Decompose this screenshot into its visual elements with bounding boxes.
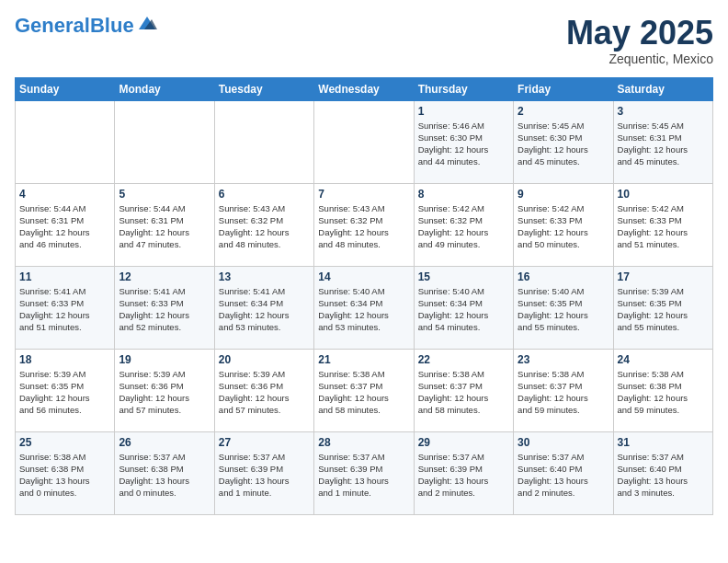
calendar-cell: 28Sunrise: 5:37 AM Sunset: 6:39 PM Dayli… [314,431,414,514]
calendar-cell: 24Sunrise: 5:38 AM Sunset: 6:38 PM Dayli… [613,349,712,431]
title-block: May 2025 Zequentic, Mexico [566,15,713,66]
day-number: 28 [318,436,409,449]
header-monday: Monday [115,77,214,100]
day-number: 25 [19,436,110,449]
week-row-0: 1Sunrise: 5:46 AM Sunset: 6:30 PM Daylig… [16,100,713,183]
calendar-cell: 20Sunrise: 5:39 AM Sunset: 6:36 PM Dayli… [214,349,313,431]
calendar-cell: 17Sunrise: 5:39 AM Sunset: 6:35 PM Dayli… [613,266,712,349]
day-number: 4 [19,188,110,201]
day-info: Sunrise: 5:41 AM Sunset: 6:33 PM Dayligh… [19,285,110,334]
day-number: 22 [418,353,509,366]
day-number: 6 [219,188,310,201]
day-number: 19 [119,353,210,366]
header-tuesday: Tuesday [214,77,313,100]
header-thursday: Thursday [414,77,513,100]
day-info: Sunrise: 5:39 AM Sunset: 6:35 PM Dayligh… [19,368,110,417]
day-info: Sunrise: 5:39 AM Sunset: 6:36 PM Dayligh… [119,368,210,417]
day-info: Sunrise: 5:38 AM Sunset: 6:37 PM Dayligh… [518,368,609,417]
header-saturday: Saturday [613,77,712,100]
day-number: 23 [518,353,609,366]
calendar-cell: 18Sunrise: 5:39 AM Sunset: 6:35 PM Dayli… [16,349,115,431]
day-info: Sunrise: 5:40 AM Sunset: 6:35 PM Dayligh… [518,285,609,334]
calendar-cell: 7Sunrise: 5:43 AM Sunset: 6:32 PM Daylig… [314,183,414,266]
day-number: 9 [518,188,609,201]
day-info: Sunrise: 5:44 AM Sunset: 6:31 PM Dayligh… [119,202,210,251]
calendar-header: SundayMondayTuesdayWednesdayThursdayFrid… [16,77,713,100]
calendar-cell: 23Sunrise: 5:38 AM Sunset: 6:37 PM Dayli… [514,349,613,431]
day-info: Sunrise: 5:40 AM Sunset: 6:34 PM Dayligh… [418,285,509,334]
calendar-cell: 14Sunrise: 5:40 AM Sunset: 6:34 PM Dayli… [314,266,414,349]
calendar-cell: 13Sunrise: 5:41 AM Sunset: 6:34 PM Dayli… [214,266,313,349]
day-info: Sunrise: 5:38 AM Sunset: 6:38 PM Dayligh… [618,368,709,417]
logo-general: General [15,14,90,37]
day-info: Sunrise: 5:37 AM Sunset: 6:40 PM Dayligh… [518,451,609,500]
day-info: Sunrise: 5:37 AM Sunset: 6:39 PM Dayligh… [219,451,310,500]
day-number: 13 [219,270,310,283]
week-row-2: 11Sunrise: 5:41 AM Sunset: 6:33 PM Dayli… [16,266,713,349]
day-info: Sunrise: 5:43 AM Sunset: 6:32 PM Dayligh… [318,202,409,251]
calendar-table: SundayMondayTuesdayWednesdayThursdayFrid… [15,77,713,515]
logo-icon [137,15,157,31]
day-info: Sunrise: 5:40 AM Sunset: 6:34 PM Dayligh… [318,285,409,334]
day-number: 14 [318,270,409,283]
day-number: 31 [618,436,709,449]
day-number: 2 [518,105,609,118]
calendar-cell [115,100,214,183]
header-row: SundayMondayTuesdayWednesdayThursdayFrid… [16,77,713,100]
header-wednesday: Wednesday [314,77,414,100]
day-info: Sunrise: 5:39 AM Sunset: 6:35 PM Dayligh… [618,285,709,334]
calendar-cell: 29Sunrise: 5:37 AM Sunset: 6:39 PM Dayli… [414,431,513,514]
day-info: Sunrise: 5:42 AM Sunset: 6:33 PM Dayligh… [618,202,709,251]
day-number: 15 [418,270,509,283]
calendar-cell: 3Sunrise: 5:45 AM Sunset: 6:31 PM Daylig… [613,100,712,183]
week-row-1: 4Sunrise: 5:44 AM Sunset: 6:31 PM Daylig… [16,183,713,266]
day-number: 29 [418,436,509,449]
calendar-body: 1Sunrise: 5:46 AM Sunset: 6:30 PM Daylig… [16,100,713,514]
day-info: Sunrise: 5:37 AM Sunset: 6:39 PM Dayligh… [418,451,509,500]
day-info: Sunrise: 5:42 AM Sunset: 6:33 PM Dayligh… [518,202,609,251]
calendar-cell: 25Sunrise: 5:38 AM Sunset: 6:38 PM Dayli… [16,431,115,514]
day-info: Sunrise: 5:41 AM Sunset: 6:34 PM Dayligh… [219,285,310,334]
day-number: 7 [318,188,409,201]
calendar-cell: 15Sunrise: 5:40 AM Sunset: 6:34 PM Dayli… [414,266,513,349]
day-number: 21 [318,353,409,366]
day-number: 18 [19,353,110,366]
calendar-cell: 9Sunrise: 5:42 AM Sunset: 6:33 PM Daylig… [514,183,613,266]
day-number: 27 [219,436,310,449]
week-row-4: 25Sunrise: 5:38 AM Sunset: 6:38 PM Dayli… [16,431,713,514]
calendar-cell: 1Sunrise: 5:46 AM Sunset: 6:30 PM Daylig… [414,100,513,183]
calendar-cell [314,100,414,183]
calendar-cell: 8Sunrise: 5:42 AM Sunset: 6:32 PM Daylig… [414,183,513,266]
calendar-cell: 10Sunrise: 5:42 AM Sunset: 6:33 PM Dayli… [613,183,712,266]
calendar-cell: 30Sunrise: 5:37 AM Sunset: 6:40 PM Dayli… [514,431,613,514]
day-info: Sunrise: 5:37 AM Sunset: 6:39 PM Dayligh… [318,451,409,500]
day-number: 10 [618,188,709,201]
day-info: Sunrise: 5:39 AM Sunset: 6:36 PM Dayligh… [219,368,310,417]
calendar-cell: 11Sunrise: 5:41 AM Sunset: 6:33 PM Dayli… [16,266,115,349]
day-info: Sunrise: 5:38 AM Sunset: 6:37 PM Dayligh… [318,368,409,417]
header-sunday: Sunday [16,77,115,100]
calendar-cell [16,100,115,183]
day-number: 17 [618,270,709,283]
day-info: Sunrise: 5:45 AM Sunset: 6:31 PM Dayligh… [618,120,709,168]
day-info: Sunrise: 5:38 AM Sunset: 6:37 PM Dayligh… [418,368,509,417]
day-info: Sunrise: 5:37 AM Sunset: 6:38 PM Dayligh… [119,451,210,500]
logo-text: GeneralBlue [15,16,134,36]
day-number: 20 [219,353,310,366]
day-number: 3 [618,105,709,118]
day-info: Sunrise: 5:38 AM Sunset: 6:38 PM Dayligh… [19,451,110,500]
calendar-cell: 26Sunrise: 5:37 AM Sunset: 6:38 PM Dayli… [115,431,214,514]
day-info: Sunrise: 5:42 AM Sunset: 6:32 PM Dayligh… [418,202,509,251]
page-header: GeneralBlue May 2025 Zequentic, Mexico [15,15,713,66]
day-number: 1 [418,105,509,118]
day-info: Sunrise: 5:41 AM Sunset: 6:33 PM Dayligh… [119,285,210,334]
day-number: 26 [119,436,210,449]
calendar-cell: 16Sunrise: 5:40 AM Sunset: 6:35 PM Dayli… [514,266,613,349]
calendar-cell [214,100,313,183]
calendar-title: May 2025 [566,15,713,52]
calendar-subtitle: Zequentic, Mexico [566,52,713,66]
day-info: Sunrise: 5:44 AM Sunset: 6:31 PM Dayligh… [19,202,110,251]
calendar-cell: 19Sunrise: 5:39 AM Sunset: 6:36 PM Dayli… [115,349,214,431]
day-info: Sunrise: 5:45 AM Sunset: 6:30 PM Dayligh… [518,120,609,168]
day-number: 8 [418,188,509,201]
